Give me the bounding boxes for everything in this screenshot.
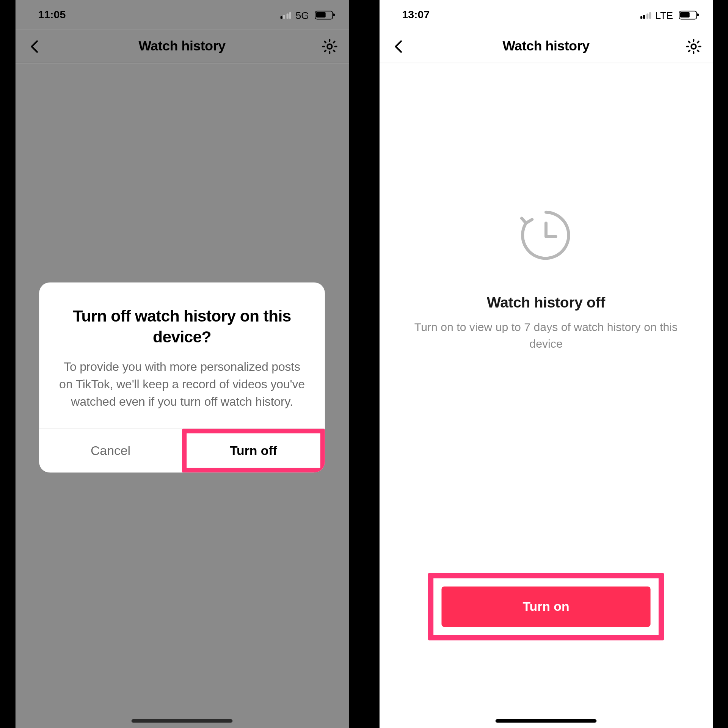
- phone-screenshot-right: 13:07 LTE Watch history: [379, 0, 713, 728]
- history-clock-icon: [516, 205, 576, 265]
- page-header: Watch history: [379, 30, 713, 63]
- home-indicator[interactable]: [132, 719, 233, 723]
- status-right: LTE: [640, 9, 697, 20]
- svg-point-1: [691, 44, 695, 49]
- chevron-left-icon: [391, 38, 407, 54]
- status-time: 13:07: [402, 9, 430, 21]
- cancel-button[interactable]: Cancel: [39, 429, 182, 473]
- page-title: Watch history: [502, 38, 589, 54]
- network-label: LTE: [655, 9, 673, 20]
- empty-body: Turn on to view up to 7 days of watch hi…: [411, 320, 681, 353]
- phone-screenshot-left: 11:05 5G Watch history Turn off watch hi…: [15, 0, 349, 728]
- dialog-title: Turn off watch history on this device?: [58, 305, 306, 347]
- turn-off-button[interactable]: Turn off: [187, 434, 320, 468]
- modal-overlay[interactable]: Turn off watch history on this device? T…: [15, 0, 349, 728]
- turn-on-button[interactable]: Turn on: [441, 587, 650, 627]
- battery-icon: [678, 11, 697, 19]
- signal-icon: [640, 11, 651, 19]
- confirm-dialog: Turn off watch history on this device? T…: [39, 282, 325, 473]
- highlight-box: Turn off: [182, 429, 325, 473]
- dialog-actions: Cancel Turn off: [39, 428, 325, 472]
- settings-button[interactable]: [683, 36, 703, 56]
- home-indicator[interactable]: [496, 719, 597, 723]
- back-button[interactable]: [389, 36, 409, 56]
- empty-title: Watch history off: [487, 294, 605, 311]
- gear-icon: [684, 38, 702, 55]
- dialog-body: To provide you with more personalized po…: [58, 358, 306, 411]
- highlight-box: Turn on: [428, 573, 664, 640]
- status-bar: 13:07 LTE: [379, 0, 713, 30]
